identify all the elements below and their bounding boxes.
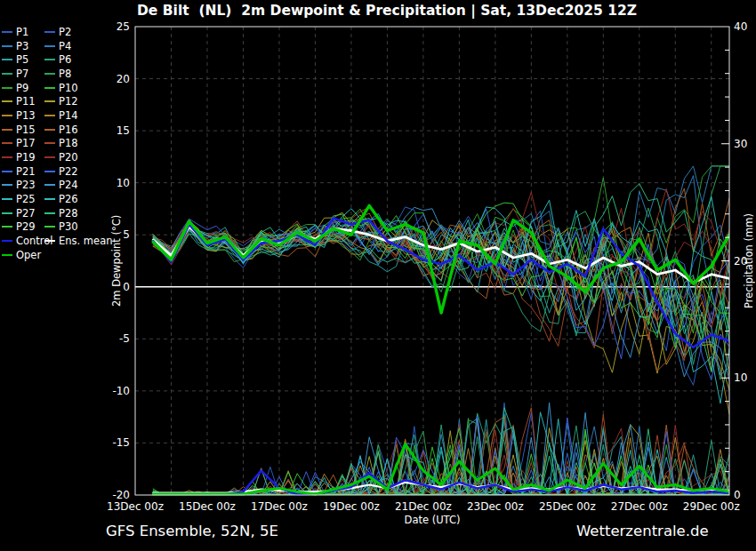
footer-brand: Wetterzentrale.de [576, 523, 709, 539]
x-axis-tick-label: 15Dec 00z [179, 500, 236, 513]
series-group [153, 166, 729, 495]
x-axis-tick-label: 17Dec 00z [251, 500, 308, 513]
y-axis-tick-label-right: 0 [734, 489, 741, 501]
ensemble-member-dewpoint-line [153, 214, 729, 376]
x-axis-tick-label: 23Dec 00z [467, 500, 524, 513]
x-axis-tick-label: 25Dec 00z [539, 500, 596, 513]
x-axis-tick-label: 13Dec 00z [107, 500, 164, 513]
y-axis-tick-label-left: 5 [123, 228, 130, 241]
ensemble-member-dewpoint-line [153, 207, 729, 379]
meteogram-page: De Bilt (NL) 2m Dewpoint & Precipitation… [0, 0, 756, 551]
x-axis-tick-label: 19Dec 00z [323, 500, 380, 513]
x-axis-tick-label: 29Dec 00z [683, 500, 740, 513]
y-axis-tick-label-left: 0 [123, 281, 130, 293]
footer-model-info: GFS Ensemble, 52N, 5E [106, 523, 278, 539]
y-axis-label-precipitation: Precipitation (mm) [743, 27, 756, 495]
x-axis-tick-label: 21Dec 00z [395, 500, 452, 513]
y-axis-label-dewpoint: 2m Dewpoint (°C) [110, 27, 124, 495]
x-axis-tick-label: 27Dec 00z [611, 500, 668, 513]
ensemble-member-dewpoint-line [153, 212, 729, 390]
